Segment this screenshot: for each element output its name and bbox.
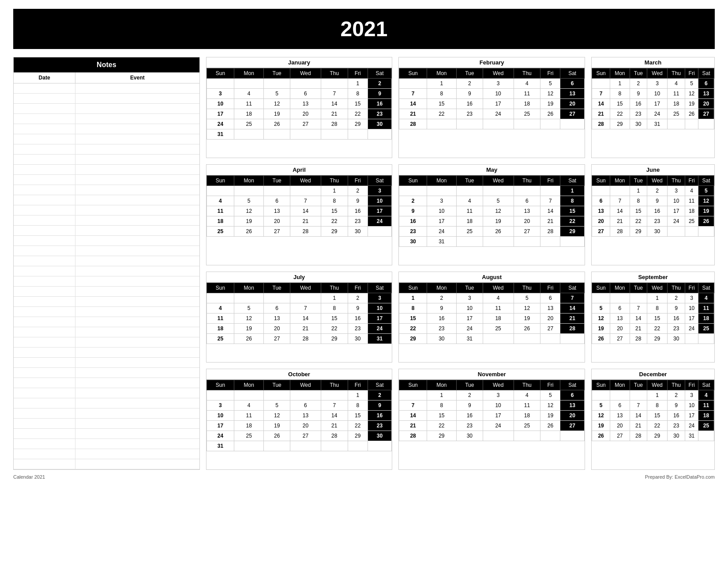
notes-event-cell[interactable] — [75, 388, 199, 398]
notes-row[interactable] — [14, 134, 199, 144]
notes-row[interactable] — [14, 388, 199, 398]
notes-row[interactable] — [14, 419, 199, 429]
notes-event-cell[interactable] — [75, 215, 199, 225]
notes-row[interactable] — [14, 317, 199, 327]
notes-event-cell[interactable] — [75, 287, 199, 296]
notes-event-cell[interactable] — [75, 185, 199, 195]
notes-date-cell[interactable] — [14, 114, 75, 124]
notes-row[interactable] — [14, 287, 199, 297]
notes-date-cell[interactable] — [14, 348, 75, 357]
notes-row[interactable] — [14, 83, 199, 94]
notes-date-cell[interactable] — [14, 297, 75, 306]
notes-event-cell[interactable] — [75, 256, 199, 266]
notes-event-cell[interactable] — [75, 337, 199, 347]
notes-row[interactable] — [14, 449, 199, 459]
notes-date-cell[interactable] — [14, 276, 75, 286]
notes-row[interactable] — [14, 429, 199, 439]
notes-date-cell[interactable] — [14, 144, 75, 154]
notes-row[interactable] — [14, 104, 199, 114]
notes-event-cell[interactable] — [75, 246, 199, 256]
notes-date-cell[interactable] — [14, 175, 75, 185]
notes-event-cell[interactable] — [75, 358, 199, 367]
notes-date-cell[interactable] — [14, 134, 75, 144]
notes-event-cell[interactable] — [75, 165, 199, 174]
notes-row[interactable] — [14, 246, 199, 256]
notes-row[interactable] — [14, 297, 199, 307]
notes-row[interactable] — [14, 144, 199, 155]
notes-date-cell[interactable] — [14, 83, 75, 93]
notes-event-cell[interactable] — [75, 205, 199, 215]
notes-row[interactable] — [14, 185, 199, 195]
notes-row[interactable] — [14, 358, 199, 368]
notes-event-cell[interactable] — [75, 297, 199, 306]
notes-date-cell[interactable] — [14, 449, 75, 459]
notes-event-cell[interactable] — [75, 419, 199, 428]
notes-row[interactable] — [14, 155, 199, 165]
notes-event-cell[interactable] — [75, 236, 199, 246]
notes-event-cell[interactable] — [75, 408, 199, 418]
notes-row[interactable] — [14, 348, 199, 358]
notes-date-cell[interactable] — [14, 215, 75, 225]
notes-event-cell[interactable] — [75, 134, 199, 144]
notes-event-cell[interactable] — [75, 449, 199, 459]
notes-date-cell[interactable] — [14, 408, 75, 418]
notes-date-cell[interactable] — [14, 124, 75, 134]
notes-date-cell[interactable] — [14, 246, 75, 256]
notes-date-cell[interactable] — [14, 358, 75, 367]
notes-event-cell[interactable] — [75, 94, 199, 103]
notes-row[interactable] — [14, 114, 199, 124]
notes-event-cell[interactable] — [75, 378, 199, 388]
notes-row[interactable] — [14, 195, 199, 205]
notes-date-cell[interactable] — [14, 94, 75, 103]
notes-row[interactable] — [14, 256, 199, 266]
notes-row[interactable] — [14, 368, 199, 378]
notes-row[interactable] — [14, 276, 199, 287]
notes-event-cell[interactable] — [75, 83, 199, 93]
notes-date-cell[interactable] — [14, 439, 75, 449]
notes-date-cell[interactable] — [14, 287, 75, 296]
notes-date-cell[interactable] — [14, 155, 75, 164]
notes-row[interactable] — [14, 337, 199, 348]
notes-date-cell[interactable] — [14, 256, 75, 266]
notes-date-cell[interactable] — [14, 327, 75, 337]
notes-event-cell[interactable] — [75, 226, 199, 235]
notes-date-cell[interactable] — [14, 266, 75, 276]
notes-event-cell[interactable] — [75, 439, 199, 449]
notes-row[interactable] — [14, 94, 199, 104]
notes-row[interactable] — [14, 175, 199, 185]
notes-event-cell[interactable] — [75, 459, 199, 469]
notes-event-cell[interactable] — [75, 307, 199, 317]
notes-row[interactable] — [14, 378, 199, 388]
notes-row[interactable] — [14, 327, 199, 337]
notes-event-cell[interactable] — [75, 144, 199, 154]
notes-date-cell[interactable] — [14, 368, 75, 378]
notes-date-cell[interactable] — [14, 388, 75, 398]
notes-row[interactable] — [14, 236, 199, 246]
notes-date-cell[interactable] — [14, 236, 75, 246]
notes-row[interactable] — [14, 398, 199, 408]
notes-event-cell[interactable] — [75, 276, 199, 286]
notes-row[interactable] — [14, 205, 199, 215]
notes-row[interactable] — [14, 215, 199, 226]
notes-event-cell[interactable] — [75, 398, 199, 408]
notes-date-cell[interactable] — [14, 429, 75, 438]
notes-event-cell[interactable] — [75, 368, 199, 378]
notes-date-cell[interactable] — [14, 185, 75, 195]
notes-row[interactable] — [14, 165, 199, 175]
notes-event-cell[interactable] — [75, 429, 199, 438]
notes-event-cell[interactable] — [75, 317, 199, 327]
notes-date-cell[interactable] — [14, 307, 75, 317]
notes-row[interactable] — [14, 408, 199, 419]
notes-event-cell[interactable] — [75, 195, 199, 205]
notes-event-cell[interactable] — [75, 155, 199, 164]
notes-row[interactable] — [14, 226, 199, 236]
notes-date-cell[interactable] — [14, 317, 75, 327]
notes-date-cell[interactable] — [14, 195, 75, 205]
notes-date-cell[interactable] — [14, 205, 75, 215]
notes-date-cell[interactable] — [14, 104, 75, 113]
notes-event-cell[interactable] — [75, 327, 199, 337]
notes-date-cell[interactable] — [14, 419, 75, 428]
notes-date-cell[interactable] — [14, 459, 75, 469]
notes-row[interactable] — [14, 439, 199, 449]
notes-event-cell[interactable] — [75, 124, 199, 134]
